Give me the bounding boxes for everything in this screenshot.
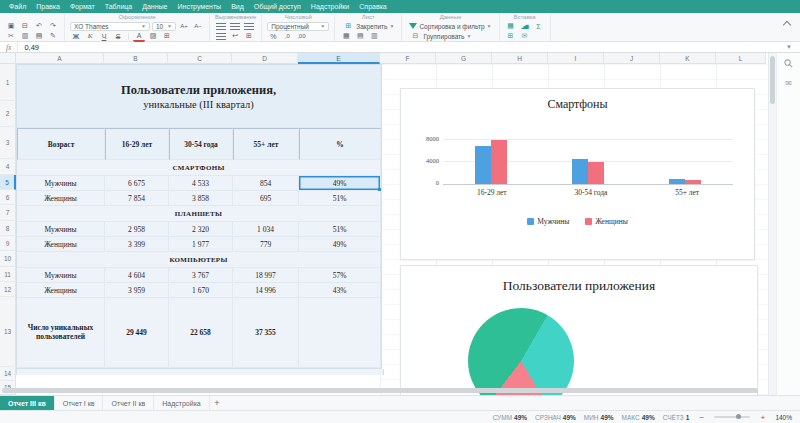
insert-table-button[interactable]: ⊞ xyxy=(505,32,517,41)
sheet-tab-addon[interactable]: Надстройка xyxy=(154,396,210,410)
section-row-computers[interactable]: КОМПЬЮТЕРЫ xyxy=(17,252,381,268)
hide-button[interactable]: ▥ xyxy=(368,32,380,41)
row-header-14[interactable]: 14 xyxy=(0,367,16,381)
header-cell[interactable]: 30-54 года xyxy=(169,128,233,160)
col-header-K[interactable]: K xyxy=(660,53,716,64)
row-header-5[interactable]: 5 xyxy=(0,175,16,190)
cell[interactable]: Женщины xyxy=(17,237,105,252)
total-cell[interactable]: 37 355 xyxy=(233,298,299,368)
col-header-A[interactable]: A xyxy=(16,53,104,64)
total-cell[interactable]: 29 449 xyxy=(105,298,169,368)
cell[interactable]: 14 996 xyxy=(233,283,299,298)
zoom-level[interactable]: 140% xyxy=(775,414,792,421)
cell[interactable]: 2 958 xyxy=(105,222,169,237)
selected-cell-E5[interactable]: 49% xyxy=(299,176,381,191)
freeze-panes-button[interactable]: ⊞ Закрепить ▼ xyxy=(340,22,396,31)
cell[interactable]: Женщины xyxy=(17,283,105,298)
menu-item-format[interactable]: Формат xyxy=(65,0,100,13)
row-header-2[interactable]: 2 xyxy=(0,101,16,127)
fill-color-button[interactable]: ▨ xyxy=(147,32,159,41)
insert-row-button[interactable]: ▦ xyxy=(340,32,352,41)
cell[interactable]: 51% xyxy=(299,191,381,206)
pie[interactable] xyxy=(468,308,574,395)
decrease-decimal-button[interactable]: ,00 xyxy=(295,32,307,41)
horizontal-scrollbar-thumb[interactable] xyxy=(2,388,758,393)
menu-item-file[interactable]: Файл xyxy=(4,0,31,13)
header-cell[interactable]: 55+ лет xyxy=(233,128,299,160)
cell[interactable]: 49% xyxy=(299,237,381,252)
add-sheet-button[interactable]: + xyxy=(210,396,224,410)
cell[interactable]: 4 604 xyxy=(105,268,169,283)
bar-chart-panel[interactable]: Смартфоны 8000 4000 0 xyxy=(400,88,755,260)
underline-button[interactable]: Ч xyxy=(98,32,110,41)
menu-item-share[interactable]: Общий доступ xyxy=(249,0,306,13)
total-label-cell[interactable]: Число уникальных пользователей xyxy=(17,298,105,368)
cell[interactable]: 3 959 xyxy=(105,283,169,298)
menu-item-help[interactable]: Справка xyxy=(354,0,391,13)
menu-item-addons[interactable]: Надстройки xyxy=(306,0,354,13)
cell[interactable]: Мужчины xyxy=(17,176,105,191)
comment-icon[interactable]: ✉ xyxy=(785,80,792,88)
merge-cells-button[interactable]: ⊞ xyxy=(243,32,255,41)
bar-women[interactable] xyxy=(491,140,507,184)
paste-button[interactable]: ▤ xyxy=(33,32,45,41)
sheet-tab-report-2[interactable]: Отчет II кв xyxy=(103,396,154,410)
vertical-scrollbar-thumb[interactable] xyxy=(770,56,775,104)
insert-function-button[interactable]: Σ xyxy=(533,22,545,31)
cell[interactable]: 2 320 xyxy=(169,222,233,237)
cell[interactable]: 18 997 xyxy=(233,268,299,283)
bar-men[interactable] xyxy=(669,179,685,184)
print-button[interactable]: ⊟ xyxy=(19,22,31,31)
row-header-4[interactable]: 4 xyxy=(0,159,16,175)
menu-item-data[interactable]: Данные xyxy=(137,0,172,13)
col-header-E[interactable]: E xyxy=(298,53,380,64)
zoom-in-button[interactable]: + xyxy=(758,413,767,422)
row-header-11[interactable]: 11 xyxy=(0,267,16,282)
row-header-3[interactable]: 3 xyxy=(0,127,16,159)
menu-item-table[interactable]: Таблица xyxy=(100,0,137,13)
cell[interactable]: 695 xyxy=(233,191,299,206)
search-icon[interactable] xyxy=(784,59,793,70)
collapse-ribbon-button[interactable] xyxy=(784,13,800,41)
section-row-tablets[interactable]: ПЛАНШЕТЫ xyxy=(17,206,381,222)
redo-button[interactable]: ↷ xyxy=(47,22,59,31)
horizontal-scrollbar[interactable] xyxy=(0,387,766,394)
bold-button[interactable]: Ж xyxy=(70,32,82,41)
align-right-button[interactable] xyxy=(243,22,255,31)
italic-button[interactable]: К xyxy=(84,32,96,41)
sheet-tab-report-3[interactable]: Отчет III кв xyxy=(0,396,55,410)
increase-font-button[interactable]: A+ xyxy=(178,22,190,31)
row-header-6[interactable]: 6 xyxy=(0,190,16,205)
cell[interactable]: 43% xyxy=(299,283,381,298)
font-color-button[interactable]: А xyxy=(133,31,145,42)
strikethrough-button[interactable]: S xyxy=(112,32,124,41)
cell[interactable]: 57% xyxy=(299,268,381,283)
cell[interactable]: 1 977 xyxy=(169,237,233,252)
cell[interactable]: 1 670 xyxy=(169,283,233,298)
cell[interactable]: 779 xyxy=(233,237,299,252)
header-cell[interactable]: Возраст xyxy=(17,128,105,160)
bar-men[interactable] xyxy=(475,146,491,184)
expand-formula-bar-icon[interactable]: ▼ xyxy=(778,44,800,50)
cell[interactable]: 7 854 xyxy=(105,191,169,206)
total-cell[interactable]: 22 658 xyxy=(169,298,233,368)
row-header-10[interactable]: 10 xyxy=(0,251,16,267)
copy-button[interactable]: ▥ xyxy=(19,32,31,41)
col-header-B[interactable]: B xyxy=(104,53,168,64)
col-header-L[interactable]: L xyxy=(716,53,766,64)
cell[interactable]: Мужчины xyxy=(17,268,105,283)
borders-button[interactable]: ⊞ xyxy=(161,32,173,41)
col-header-G[interactable]: G xyxy=(436,53,492,64)
align-top-button[interactable] xyxy=(215,32,227,41)
cell[interactable]: 1 034 xyxy=(233,222,299,237)
header-cell[interactable]: % xyxy=(299,128,381,160)
cell[interactable]: 3 399 xyxy=(105,237,169,252)
wrap-text-button[interactable]: ↩ xyxy=(229,32,241,41)
font-name-select[interactable]: XO Thames▼ xyxy=(70,22,150,31)
group-button[interactable]: ⊟ Группировать ▼ xyxy=(407,32,473,41)
header-cell[interactable]: 16-29 лет xyxy=(105,128,169,160)
cell[interactable]: Женщины xyxy=(17,191,105,206)
section-row-smartphones[interactable]: СМАРТФОНЫ xyxy=(17,160,381,176)
sheet-tab-report-1[interactable]: Отчет I кв xyxy=(55,396,104,410)
insert-image-button[interactable]: ▦ xyxy=(505,22,517,31)
